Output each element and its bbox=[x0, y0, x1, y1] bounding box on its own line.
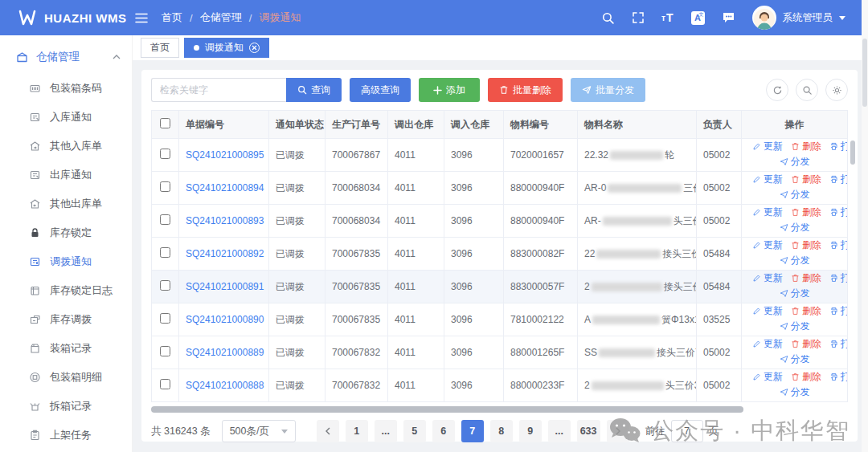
page-ellipsis[interactable]: ... bbox=[548, 420, 571, 442]
print-action[interactable]: 打印 bbox=[829, 271, 848, 285]
print-action[interactable]: 打印 bbox=[829, 238, 848, 252]
page-button-8[interactable]: 8 bbox=[490, 420, 513, 442]
sidebar-item-putaway-task[interactable]: 上架任务 bbox=[0, 421, 132, 450]
docno-link[interactable]: SQ241021000890 bbox=[186, 314, 264, 325]
print-action[interactable]: 打印 bbox=[829, 304, 848, 318]
tab-home[interactable]: 首页 bbox=[141, 38, 179, 58]
page-button-5[interactable]: 5 bbox=[403, 420, 426, 442]
row-checkbox[interactable] bbox=[160, 280, 170, 291]
distribute-action[interactable]: 分发 bbox=[780, 385, 810, 399]
print-action[interactable]: 打印 bbox=[829, 140, 848, 153]
settings-button[interactable] bbox=[825, 79, 848, 101]
delete-action[interactable]: 删除 bbox=[791, 140, 821, 153]
font-size-icon[interactable]: тT bbox=[661, 11, 674, 24]
page-button-9[interactable]: 9 bbox=[519, 420, 542, 442]
batch-delete-button[interactable]: 批量删除 bbox=[488, 78, 563, 102]
delete-action[interactable]: 删除 bbox=[791, 370, 821, 384]
docno-link[interactable]: SQ241021000895 bbox=[186, 149, 264, 161]
delete-action[interactable]: 删除 bbox=[791, 206, 821, 219]
column-search-button[interactable] bbox=[796, 79, 818, 101]
distribute-action[interactable]: 分发 bbox=[780, 155, 810, 169]
search-icon[interactable] bbox=[601, 11, 615, 25]
tab-transfer-notice[interactable]: 调拨通知 bbox=[184, 38, 269, 58]
docno-link[interactable]: SQ241021000888 bbox=[186, 380, 264, 391]
breadcrumb-home[interactable]: 首页 bbox=[162, 10, 182, 25]
docno-link[interactable]: SQ241021000893 bbox=[186, 215, 264, 226]
sidebar-group-warehouse[interactable]: 仓储管理 bbox=[0, 40, 132, 74]
vertical-scrollbar-thumb[interactable] bbox=[850, 140, 855, 165]
prev-page-button[interactable] bbox=[317, 420, 339, 442]
print-action[interactable]: 打印 bbox=[829, 206, 848, 219]
delete-action[interactable]: 删除 bbox=[791, 238, 821, 252]
update-action[interactable]: 更新 bbox=[752, 140, 783, 153]
collapse-menu-icon[interactable] bbox=[134, 13, 149, 23]
docno-link[interactable]: SQ241021000889 bbox=[186, 347, 264, 358]
distribute-action[interactable]: 分发 bbox=[780, 287, 810, 300]
page-ellipsis[interactable]: ... bbox=[375, 420, 397, 442]
sidebar-item-unboxing-record[interactable]: 拆箱记录 bbox=[0, 392, 132, 421]
sidebar-item-box-detail[interactable]: 包装箱明细 bbox=[0, 363, 132, 392]
update-action[interactable]: 更新 bbox=[752, 173, 783, 186]
sidebar-item-other-outbound[interactable]: 其他出库单 bbox=[0, 189, 132, 218]
row-checkbox[interactable] bbox=[160, 214, 170, 225]
refresh-button[interactable] bbox=[766, 79, 788, 101]
delete-action[interactable]: 删除 bbox=[791, 304, 821, 318]
search-input[interactable] bbox=[151, 78, 286, 102]
horizontal-scrollbar-thumb[interactable] bbox=[151, 406, 743, 413]
breadcrumb-warehouse[interactable]: 仓储管理 bbox=[200, 10, 242, 25]
row-checkbox[interactable] bbox=[160, 149, 170, 159]
delete-action[interactable]: 删除 bbox=[791, 271, 821, 285]
page-size-select[interactable]: 500条/页 bbox=[222, 420, 296, 442]
distribute-action[interactable]: 分发 bbox=[780, 254, 810, 267]
tab-close-icon[interactable] bbox=[249, 43, 260, 53]
row-checkbox[interactable] bbox=[160, 181, 170, 192]
update-action[interactable]: 更新 bbox=[752, 206, 783, 219]
batch-distribute-button[interactable]: 批量分发 bbox=[571, 78, 645, 102]
sidebar-item-outbound-notice[interactable]: 出库通知 bbox=[0, 161, 132, 189]
update-action[interactable]: 更新 bbox=[752, 238, 783, 252]
select-all-checkbox[interactable] bbox=[160, 118, 170, 128]
docno-link[interactable]: SQ241021000892 bbox=[186, 248, 264, 259]
translate-icon[interactable]: A文 bbox=[691, 11, 705, 25]
print-action[interactable]: 打印 bbox=[829, 337, 848, 351]
sidebar-item-stock-lock[interactable]: 库存锁定 bbox=[0, 218, 132, 247]
page-button-633[interactable]: 633 bbox=[577, 420, 600, 442]
message-icon[interactable] bbox=[722, 11, 735, 24]
delete-action[interactable]: 删除 bbox=[791, 337, 821, 351]
update-action[interactable]: 更新 bbox=[752, 337, 783, 351]
sidebar-item-packing-record[interactable]: 装箱记录 bbox=[0, 334, 132, 363]
distribute-action[interactable]: 分发 bbox=[780, 320, 810, 333]
sidebar-item-other-inbound[interactable]: 其他入库单 bbox=[0, 132, 132, 161]
page-scrollbar-thumb[interactable] bbox=[862, 39, 867, 107]
query-button[interactable]: 查询 bbox=[286, 78, 342, 102]
docno-link[interactable]: SQ241021000894 bbox=[186, 182, 264, 193]
row-checkbox[interactable] bbox=[160, 247, 170, 258]
distribute-action[interactable]: 分发 bbox=[780, 221, 810, 234]
update-action[interactable]: 更新 bbox=[752, 370, 783, 384]
page-button-7-active[interactable]: 7 bbox=[461, 420, 484, 442]
sidebar-item-transfer-notice[interactable]: 调拨通知 bbox=[0, 247, 132, 276]
print-action[interactable]: 打印 bbox=[829, 173, 848, 186]
distribute-action[interactable]: 分发 bbox=[780, 188, 810, 202]
add-button[interactable]: 添加 bbox=[419, 78, 480, 102]
user-menu[interactable]: 系统管理员 bbox=[752, 6, 846, 30]
docno-link[interactable]: SQ241021000891 bbox=[186, 281, 264, 292]
sidebar-item-inbound-notice[interactable]: 入库通知 bbox=[0, 103, 132, 132]
update-action[interactable]: 更新 bbox=[752, 271, 783, 285]
page-button-6[interactable]: 6 bbox=[432, 420, 455, 442]
next-page-button[interactable] bbox=[607, 420, 629, 442]
row-checkbox[interactable] bbox=[160, 313, 170, 324]
row-checkbox[interactable] bbox=[160, 379, 170, 389]
sidebar-item-stock-transfer[interactable]: 库存调拨 bbox=[0, 305, 132, 334]
page-button-1[interactable]: 1 bbox=[346, 420, 368, 442]
print-action[interactable]: 打印 bbox=[829, 370, 848, 384]
fullscreen-icon[interactable] bbox=[632, 11, 645, 24]
update-action[interactable]: 更新 bbox=[752, 304, 783, 318]
sidebar-item-stock-lock-log[interactable]: 库存锁定日志 bbox=[0, 276, 132, 305]
row-checkbox[interactable] bbox=[160, 346, 170, 356]
sidebar-item-box-barcode[interactable]: 包装箱条码 bbox=[0, 74, 132, 103]
distribute-action[interactable]: 分发 bbox=[780, 352, 810, 366]
advanced-query-button[interactable]: 高级查询 bbox=[350, 78, 411, 102]
goto-page-input[interactable] bbox=[671, 420, 703, 442]
delete-action[interactable]: 删除 bbox=[791, 173, 821, 186]
